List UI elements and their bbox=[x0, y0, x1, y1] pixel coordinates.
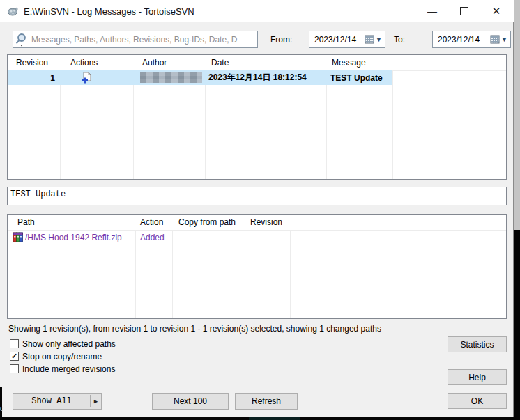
column-header-actions[interactable]: Actions bbox=[70, 55, 98, 70]
to-date-value[interactable]: 2023/12/14 bbox=[433, 35, 490, 45]
column-header-date[interactable]: Date bbox=[211, 55, 229, 70]
minimize-button[interactable]: — bbox=[416, 0, 448, 22]
status-text: Showing 1 revision(s), from revision 1 t… bbox=[8, 324, 381, 334]
column-header-revision[interactable]: Revision bbox=[16, 55, 48, 70]
close-icon: ✕ bbox=[492, 5, 501, 17]
checkbox-box[interactable]: ✓ bbox=[10, 352, 19, 361]
path-row[interactable]: /HMS Hood 1942 Refit.zip Added bbox=[8, 230, 506, 245]
column-header-message[interactable]: Message bbox=[332, 55, 366, 70]
revision-message: TEST Update bbox=[330, 70, 383, 85]
background-strip bbox=[249, 417, 300, 420]
next-100-button-label: Next 100 bbox=[174, 396, 207, 406]
checkbox-stop-on-copy-rename[interactable]: ✓ Stop on copy/rename bbox=[10, 351, 102, 361]
column-header-action[interactable]: Action bbox=[140, 215, 163, 230]
log-filter-searchbox[interactable] bbox=[13, 31, 258, 48]
checkbox-include-merged-revisions[interactable]: Include merged revisions bbox=[10, 364, 115, 374]
checkmark-icon: ✓ bbox=[11, 352, 17, 360]
statistics-button[interactable]: Statistics bbox=[448, 336, 507, 352]
refresh-button[interactable]: Refresh bbox=[235, 393, 298, 410]
checkbox-box[interactable] bbox=[10, 364, 19, 373]
show-all-button-label: Show All bbox=[13, 396, 90, 406]
from-date-value[interactable]: 2023/12/14 bbox=[309, 35, 365, 45]
calendar-icon[interactable] bbox=[490, 35, 500, 44]
revision-row[interactable]: 1 2023年12月14日 18:12:54 TEST Update bbox=[8, 70, 392, 85]
screen: E:\WinSVN - Log Messages - TortoiseSVN —… bbox=[0, 0, 520, 420]
log-message-box[interactable]: TEST Update bbox=[7, 187, 507, 205]
from-date-picker[interactable]: 2023/12/14 ▼ bbox=[309, 31, 385, 48]
minimize-icon: — bbox=[427, 6, 437, 17]
help-button-label: Help bbox=[468, 373, 486, 382]
checkbox-label: Show only affected paths bbox=[22, 339, 116, 349]
checkbox-label: Stop on copy/rename bbox=[22, 352, 102, 361]
caption-buttons: — ✕ bbox=[416, 0, 512, 22]
background-glyph: 0 bbox=[0, 405, 4, 413]
log-messages-dialog: E:\WinSVN - Log Messages - TortoiseSVN —… bbox=[0, 0, 514, 417]
winrar-archive-icon bbox=[13, 231, 24, 242]
checkbox-label: Include merged revisions bbox=[22, 364, 115, 374]
column-header-copy-from-path[interactable]: Copy from path bbox=[178, 215, 236, 230]
background-strip bbox=[514, 0, 520, 230]
checkbox-show-only-affected-paths[interactable]: Show only affected paths bbox=[10, 339, 116, 349]
maximize-button[interactable] bbox=[448, 0, 480, 22]
search-icon[interactable] bbox=[13, 31, 31, 47]
ok-button[interactable]: OK bbox=[448, 393, 507, 409]
refresh-button-label: Refresh bbox=[252, 396, 281, 406]
revision-number: 1 bbox=[8, 70, 55, 85]
statistics-button-label: Statistics bbox=[460, 340, 494, 350]
titlebar[interactable]: E:\WinSVN - Log Messages - TortoiseSVN —… bbox=[0, 0, 514, 22]
checkbox-box[interactable] bbox=[10, 339, 19, 348]
search-input[interactable] bbox=[31, 35, 257, 45]
path-action-value: Added bbox=[140, 230, 165, 245]
show-all-dropdown-arrow[interactable]: ▶ bbox=[91, 398, 101, 405]
path-value: /HMS Hood 1942 Refit.zip bbox=[25, 230, 122, 245]
close-button[interactable]: ✕ bbox=[480, 0, 512, 22]
from-label: From: bbox=[270, 35, 292, 45]
background-strip bbox=[0, 387, 2, 420]
to-date-picker[interactable]: 2023/12/14 ▼ bbox=[432, 31, 511, 48]
help-button[interactable]: Help bbox=[448, 369, 507, 385]
author-redacted bbox=[140, 72, 202, 83]
column-header-author[interactable]: Author bbox=[142, 55, 167, 70]
from-date-dropdown-arrow[interactable]: ▼ bbox=[376, 36, 382, 43]
revision-date: 2023年12月14日 18:12:54 bbox=[208, 70, 307, 85]
maximize-icon bbox=[460, 7, 468, 15]
log-message-text: TEST Update bbox=[10, 189, 66, 199]
grid-line bbox=[392, 55, 393, 179]
background-strip bbox=[514, 230, 520, 420]
revision-list[interactable]: Revision Actions Author Date Message 1 2… bbox=[7, 54, 507, 180]
action-added-icon bbox=[81, 72, 92, 84]
to-date-dropdown-arrow[interactable]: ▼ bbox=[501, 36, 507, 43]
paths-list-header: Path Action Copy from path Revision bbox=[8, 215, 506, 231]
column-header-revision[interactable]: Revision bbox=[250, 215, 282, 230]
calendar-icon[interactable] bbox=[365, 35, 374, 44]
next-100-button[interactable]: Next 100 bbox=[152, 393, 229, 410]
to-label: To: bbox=[394, 35, 405, 45]
tortoisesvn-app-icon bbox=[7, 6, 18, 17]
revision-list-header: Revision Actions Author Date Message bbox=[8, 55, 506, 71]
window-title: E:\WinSVN - Log Messages - TortoiseSVN bbox=[24, 6, 194, 17]
changed-paths-list[interactable]: Path Action Copy from path Revision /HMS… bbox=[7, 214, 507, 319]
show-all-button[interactable]: Show All ▶ bbox=[13, 393, 102, 410]
ok-button-label: OK bbox=[471, 396, 483, 406]
column-header-path[interactable]: Path bbox=[17, 215, 35, 230]
